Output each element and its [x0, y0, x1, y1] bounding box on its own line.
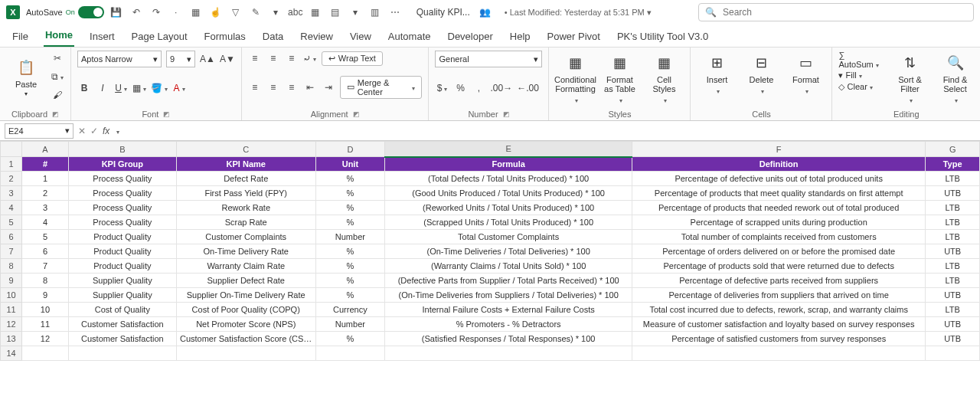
table2-icon[interactable]: ▤	[329, 6, 341, 18]
insert-cells-button[interactable]: ⊞Insert	[697, 51, 737, 97]
cell[interactable]: LTB	[926, 172, 980, 186]
decrease-font-icon[interactable]: A▼	[220, 51, 235, 67]
cell[interactable]: 7	[22, 259, 69, 274]
table-row[interactable]: 109Supplier QualitySupplier On-Time Deli…	[1, 288, 980, 303]
select-all-corner[interactable]	[1, 142, 22, 157]
tab-view[interactable]: View	[348, 28, 373, 47]
row-header[interactable]: 1	[1, 157, 22, 172]
row-header[interactable]: 2	[1, 172, 22, 186]
cell[interactable]: (Total Defects / Total Units Produced) *…	[385, 172, 632, 186]
cell[interactable]: Customer Complaints	[176, 230, 315, 244]
fill-color-icon[interactable]: 🪣	[151, 80, 168, 96]
cell[interactable]: %	[315, 244, 385, 259]
cell[interactable]: 8	[22, 274, 69, 288]
cell[interactable]: LTB	[926, 201, 980, 215]
tab-insert[interactable]: Insert	[88, 28, 116, 47]
formula-input[interactable]	[121, 123, 975, 139]
table-row[interactable]: 1110Cost of QualityCost of Poor Quality …	[1, 303, 980, 317]
cell[interactable]: Process Quality	[68, 172, 176, 186]
italic-button[interactable]: I	[96, 80, 109, 96]
table-row[interactable]: 43Process QualityRework Rate%(Reworked U…	[1, 201, 980, 215]
cancel-formula-icon[interactable]: ✕	[78, 126, 86, 136]
dialog-launcher-icon[interactable]: ◩	[52, 110, 59, 118]
format-painter-icon[interactable]: 🖌	[51, 87, 64, 103]
cell[interactable]: (Warranty Claims / Total Units Sold) * 1…	[385, 259, 632, 274]
sort-filter-button[interactable]: ⇅Sort & Filter	[891, 51, 929, 106]
cell[interactable]: Product Quality	[68, 230, 176, 244]
document-title[interactable]: Quality KPI...	[416, 7, 470, 18]
redo-icon[interactable]: ↷	[150, 6, 162, 18]
grid-icon[interactable]: ▦	[190, 6, 202, 18]
row-header[interactable]: 14	[1, 346, 22, 361]
cell[interactable]	[176, 346, 315, 361]
dialog-launcher-icon[interactable]: ◩	[503, 110, 510, 118]
increase-decimal-icon[interactable]: .00→	[490, 80, 512, 96]
cell[interactable]: Net Promoter Score (NPS)	[176, 317, 315, 332]
spreadsheet-grid[interactable]: A B C D E F G 1 # KPI Group KPI Name Uni…	[0, 141, 980, 361]
cell[interactable]: KPI Group	[68, 157, 176, 172]
cell[interactable]	[68, 346, 176, 361]
row-header[interactable]: 5	[1, 215, 22, 230]
font-color-icon[interactable]: A	[172, 80, 186, 96]
cell[interactable]	[632, 346, 926, 361]
cell[interactable]: Percentage of defective parts received f…	[632, 274, 926, 288]
cell[interactable]: Rework Rate	[176, 201, 315, 215]
clear-button[interactable]: ◇ Clear	[838, 82, 884, 92]
cell[interactable]: 5	[22, 230, 69, 244]
cell[interactable]: Defect Rate	[176, 172, 315, 186]
cell[interactable]: Unit	[315, 157, 385, 172]
number-format-select[interactable]: General▾	[435, 51, 542, 67]
copy-icon[interactable]: ⧉	[51, 69, 64, 84]
cell[interactable]: 4	[22, 215, 69, 230]
chevron-down-icon[interactable]: ▾	[270, 6, 282, 18]
align-center-icon[interactable]: ≡	[266, 80, 280, 95]
row-header[interactable]: 7	[1, 244, 22, 259]
toggle-icon[interactable]	[78, 6, 104, 18]
cell[interactable]: Product Quality	[68, 244, 176, 259]
row-header[interactable]: 4	[1, 201, 22, 215]
cell[interactable]: Percentage of products that meet quality…	[632, 186, 926, 201]
cell[interactable]: Process Quality	[68, 186, 176, 201]
col-header[interactable]: E	[385, 142, 632, 157]
table-row[interactable]: 21Process QualityDefect Rate%(Total Defe…	[1, 172, 980, 186]
autosave-toggle[interactable]: AutoSave On	[26, 6, 104, 18]
cell[interactable]: (On-Time Deliveries / Total Deliveries) …	[385, 244, 632, 259]
cell[interactable]: Total Customer Complaints	[385, 230, 632, 244]
paint-icon[interactable]: ✎	[250, 6, 262, 18]
cell-styles-button[interactable]: ▦Cell Styles	[644, 51, 684, 106]
table-row[interactable]: 76Product QualityOn-Time Delivery Rate%(…	[1, 244, 980, 259]
dialog-launcher-icon[interactable]: ◩	[353, 110, 360, 118]
cell[interactable]: KPI Name	[176, 157, 315, 172]
touch-icon[interactable]: ☝	[210, 6, 222, 18]
table-row[interactable]: 1211Customer SatisfactionNet Promoter Sc…	[1, 317, 980, 332]
cell[interactable]: Supplier Quality	[68, 288, 176, 303]
align-top-icon[interactable]: ≡	[248, 51, 262, 66]
border-icon[interactable]: ▦	[132, 80, 146, 96]
row-header[interactable]: 11	[1, 303, 22, 317]
bold-button[interactable]: B	[77, 80, 91, 96]
align-right-icon[interactable]: ≡	[285, 80, 299, 95]
cut-icon[interactable]: ✂	[51, 51, 64, 66]
cell[interactable]: %	[315, 172, 385, 186]
paste-button[interactable]: 📋 Paste ▾	[6, 55, 46, 99]
col-header[interactable]: C	[176, 142, 315, 157]
cell[interactable]: Internal Failure Costs + External Failur…	[385, 303, 632, 317]
table-header-row[interactable]: 1 # KPI Group KPI Name Unit Formula Defi…	[1, 157, 980, 172]
cell[interactable]: Percentage of products that needed rewor…	[632, 201, 926, 215]
row-header[interactable]: 10	[1, 288, 22, 303]
column-headers[interactable]: A B C D E F G	[1, 142, 980, 157]
cell[interactable]: Cost of Poor Quality (COPQ)	[176, 303, 315, 317]
cell[interactable]: % Promoters - % Detractors	[385, 317, 632, 332]
cell[interactable]: 10	[22, 303, 69, 317]
col-header[interactable]: B	[68, 142, 176, 157]
last-modified[interactable]: • Last Modified: Yesterday at 5:31 PM ▾	[505, 8, 652, 18]
cell[interactable]: Product Quality	[68, 259, 176, 274]
cell[interactable]	[385, 346, 632, 361]
cell[interactable]: Type	[926, 157, 980, 172]
cell[interactable]: UTB	[926, 332, 980, 346]
cell[interactable]: (Defective Parts from Supplier / Total P…	[385, 274, 632, 288]
name-box[interactable]: E24▾	[5, 123, 74, 139]
tab-data[interactable]: Data	[261, 28, 285, 47]
cell[interactable]: %	[315, 332, 385, 346]
cell[interactable]: Currency	[315, 303, 385, 317]
